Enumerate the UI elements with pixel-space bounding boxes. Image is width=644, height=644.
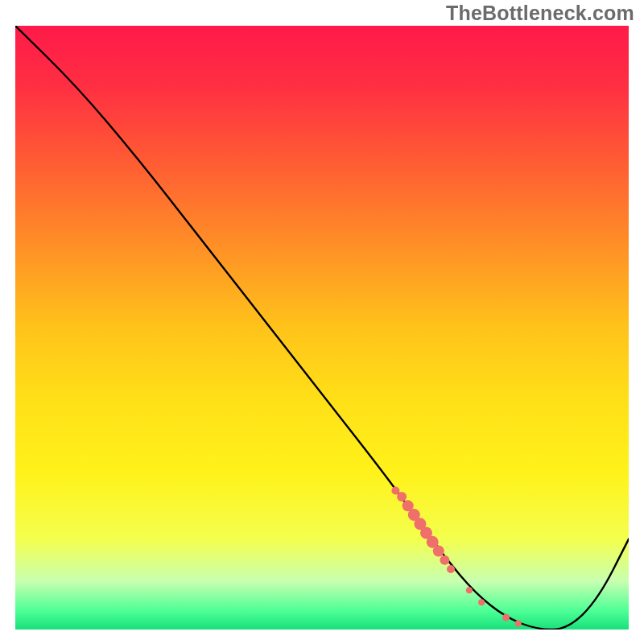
marker-dot — [515, 621, 522, 627]
marker-dot — [397, 492, 407, 502]
watermark-text: TheBottleneck.com — [446, 2, 634, 25]
chart-svg — [15, 26, 629, 630]
gradient-background — [15, 26, 629, 630]
marker-dot — [447, 565, 455, 573]
plot-area — [15, 26, 629, 630]
marker-dot — [440, 555, 449, 565]
marker-dot — [433, 546, 444, 557]
chart-frame: TheBottleneck.com — [0, 0, 644, 644]
marker-dot — [502, 614, 510, 621]
marker-dot — [466, 587, 473, 593]
marker-dot — [478, 599, 485, 605]
